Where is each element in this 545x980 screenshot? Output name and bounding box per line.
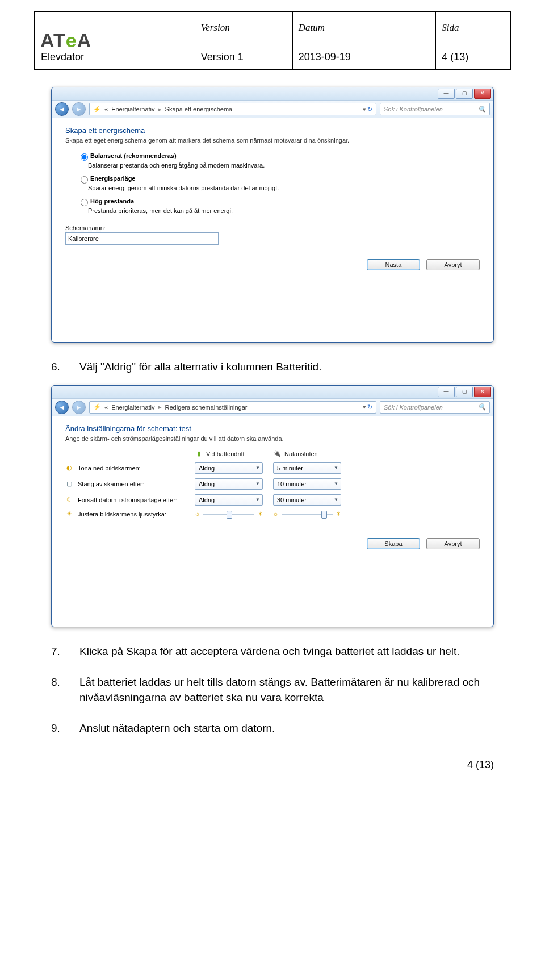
next-button[interactable]: Nästa (367, 259, 420, 270)
crumb-1: Energialternativ (111, 106, 154, 112)
row-off: ▢ Stäng av skärmen efter: (65, 480, 185, 488)
plan-name-input[interactable] (65, 232, 219, 245)
step-6: 6. Välj "Aldrig" för alla alternativ i k… (51, 360, 494, 375)
page-subtitle: Ange de skärm- och strömsparlägesinställ… (65, 435, 480, 442)
row-sleep: ☾ Försätt datorn i strömsparläge efter: (65, 496, 185, 504)
nav-back-button[interactable]: ◄ (55, 102, 69, 116)
dim-icon: ◐ (65, 464, 73, 472)
plug-icon: 🔌 (273, 450, 281, 458)
sun-high-icon: ☀ (258, 511, 263, 517)
nav-back-button[interactable]: ◄ (55, 401, 69, 414)
titlebar: — ▢ ✕ (52, 87, 493, 100)
row-dim: ◐ Tona ned bildskärmen: (65, 464, 185, 472)
energy-icon: ⚡ (93, 403, 101, 411)
breadcrumb[interactable]: ⚡ « Energialternativ ▸ Skapa ett energis… (89, 103, 376, 115)
col-ac-header: 🔌 Nätansluten (273, 450, 341, 458)
page-title: Skapa ett energischema (65, 126, 480, 135)
radio-powersave-desc: Sparar energi genom att minska datorns p… (88, 185, 480, 191)
maximize-button[interactable]: ▢ (456, 89, 473, 99)
page-title: Ändra inställningarna för schemat: test (65, 424, 480, 433)
step-9: 9. Anslut nätadaptern och starta om dato… (51, 721, 494, 736)
create-button[interactable]: Skapa (367, 538, 420, 549)
hdr-datum-value: 2013-09-19 (292, 44, 436, 70)
breadcrumb[interactable]: ⚡ « Energialternativ ▸ Redigera schemain… (89, 401, 376, 414)
cancel-button[interactable]: Avbryt (426, 538, 480, 549)
address-bar: ◄ ► ⚡ « Energialternativ ▸ Skapa ett ene… (52, 100, 493, 118)
search-input[interactable]: Sök i Kontrollpanelen 🔍 (380, 401, 490, 414)
energy-icon: ⚡ (93, 106, 101, 113)
maximize-button[interactable]: ▢ (456, 387, 473, 397)
crumb-2: Skapa ett energischema (165, 106, 233, 112)
off-ac-combo[interactable]: 10 minuter▼ (273, 478, 341, 490)
cancel-button[interactable]: Avbryt (426, 259, 480, 270)
hdr-sida-label: Sida (436, 12, 511, 44)
minimize-button[interactable]: — (438, 89, 455, 99)
nav-forward-button[interactable]: ► (72, 102, 86, 116)
radio-balanced-desc: Balanserar prestanda och energiåtgång på… (88, 162, 480, 169)
search-placeholder: Sök i Kontrollpanelen (384, 404, 443, 411)
search-icon: 🔍 (478, 106, 486, 113)
step-8: 8. Låt batteriet laddas ur helt tills da… (51, 675, 494, 705)
radio-highperf-desc: Prestanda prioriteras, men det kan gå åt… (88, 207, 480, 214)
col-battery-header: ▮ Vid batteridrift (195, 450, 263, 458)
minimize-button[interactable]: — (438, 387, 455, 397)
content-area: Skapa ett energischema Skapa ett eget en… (52, 118, 493, 342)
crumb-2: Redigera schemainställningar (165, 404, 248, 411)
page-subtitle: Skapa ett eget energischema genom att ma… (65, 137, 480, 144)
logo: ATeA (40, 30, 91, 52)
moon-icon: ☾ (65, 496, 73, 504)
address-bar: ◄ ► ⚡ « Energialternativ ▸ Redigera sche… (52, 398, 493, 416)
sun-low-icon: ☼ (273, 511, 278, 517)
bright-ac-slider[interactable]: ☼ ☀ (273, 511, 341, 517)
dim-battery-combo[interactable]: Aldrig▼ (195, 462, 263, 474)
dim-ac-combo[interactable]: 5 minuter▼ (273, 462, 341, 474)
hdr-sida-value: 4 (13) (436, 44, 511, 70)
close-button[interactable]: ✕ (474, 89, 491, 99)
search-input[interactable]: Sök i Kontrollpanelen 🔍 (380, 103, 490, 115)
step-7: 7. Klicka på Skapa för att acceptera vär… (51, 644, 494, 660)
search-placeholder: Sök i Kontrollpanelen (384, 106, 443, 112)
off-battery-combo[interactable]: Aldrig▼ (195, 478, 263, 490)
crumb-1: Energialternativ (111, 404, 154, 411)
window-edit-plan: — ▢ ✕ ◄ ► ⚡ « Energialternativ ▸ Rediger… (51, 385, 494, 627)
close-button[interactable]: ✕ (474, 387, 491, 397)
sleep-battery-combo[interactable]: Aldrig▼ (195, 494, 263, 506)
titlebar: — ▢ ✕ (52, 386, 493, 398)
battery-icon: ▮ (195, 450, 203, 458)
doc-header-table: ATeA Version Datum Sida Version 1 2013-0… (34, 11, 511, 70)
hdr-version-label: Version (195, 12, 292, 44)
radio-powersave[interactable]: Energisparläge (78, 175, 135, 182)
sleep-ac-combo[interactable]: 30 minuter▼ (273, 494, 341, 506)
radio-highperf[interactable]: Hög prestanda (78, 198, 134, 205)
content-area: Ändra inställningarna för schemat: test … (52, 416, 493, 627)
row-bright: ☀ Justera bildskärmens ljusstyrka: (65, 510, 185, 518)
brightness-icon: ☀ (65, 510, 73, 518)
nav-forward-button[interactable]: ► (72, 401, 86, 414)
radio-balanced[interactable]: Balanserat (rekommenderas) (78, 152, 177, 159)
sun-low-icon: ☼ (195, 511, 200, 517)
sun-high-icon: ☀ (336, 511, 341, 517)
monitor-icon: ▢ (65, 480, 73, 488)
window-create-plan: — ▢ ✕ ◄ ► ⚡ « Energialternativ ▸ Skapa e… (51, 87, 494, 343)
hdr-version-value: Version 1 (195, 44, 292, 70)
search-icon: 🔍 (478, 403, 486, 411)
page-number-footer: 4 (13) (34, 759, 494, 771)
bright-battery-slider[interactable]: ☼ ☀ (195, 511, 263, 517)
plan-name-label: Schemanamn: (65, 224, 480, 231)
hdr-datum-label: Datum (292, 12, 436, 44)
